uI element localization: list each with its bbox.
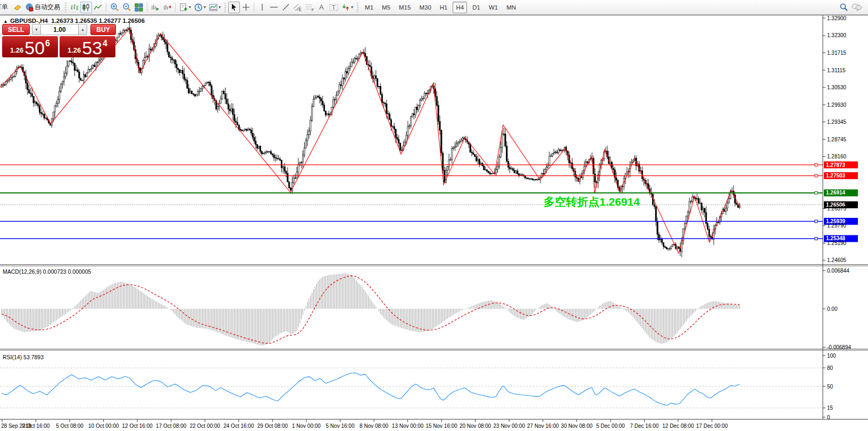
candle-body <box>443 153 444 170</box>
timeframe-button-d1[interactable]: D1 <box>469 2 483 13</box>
templates-button[interactable]: ▾ <box>207 2 222 13</box>
timeframe-button-m5[interactable]: M5 <box>379 2 394 13</box>
candle-body <box>613 168 614 170</box>
candle-body <box>424 93 425 98</box>
vertical-line-button[interactable] <box>256 2 268 13</box>
candle-body <box>529 179 530 179</box>
fibonacci-letter: F <box>312 8 314 12</box>
candle-body <box>167 44 168 52</box>
candle-body <box>662 240 663 243</box>
candle-body <box>202 86 203 88</box>
candle-body <box>380 87 381 95</box>
candle-body <box>616 178 617 180</box>
candle-body <box>381 94 382 103</box>
label-button[interactable]: T <box>328 2 340 13</box>
buy-price-panel[interactable]: 1.26 53 4 <box>60 36 115 57</box>
fibonacci-button[interactable]: F <box>304 2 316 13</box>
new-order-label[interactable]: 订单 <box>0 3 12 12</box>
volume-input[interactable] <box>41 24 78 35</box>
horizontal-line-button[interactable] <box>268 2 280 13</box>
candle-body <box>365 54 366 57</box>
candle-body <box>383 103 384 103</box>
timeframe-button-h1[interactable]: H1 <box>437 2 451 13</box>
chart-canvas[interactable]: 1.278731.275031.269141.259391.253481.265… <box>0 15 868 431</box>
price-axis-label: 1.26375 <box>827 206 847 212</box>
text-button[interactable]: A <box>316 2 328 13</box>
periods-button[interactable]: ▾ <box>193 2 207 13</box>
candle-body <box>496 170 497 173</box>
candle-body <box>369 65 370 66</box>
bar-chart-button[interactable] <box>69 2 80 13</box>
line-chart-button[interactable] <box>92 2 104 13</box>
candle-body <box>60 84 61 91</box>
chart-shift-button[interactable] <box>161 2 173 13</box>
cursor-button[interactable] <box>228 2 240 13</box>
candle-body <box>85 74 86 77</box>
candlestick-chart-icon <box>82 3 90 12</box>
candle-body <box>208 82 209 82</box>
candle-body <box>323 105 324 111</box>
candle-body <box>453 147 454 148</box>
candle-body <box>530 179 531 179</box>
candle-body <box>277 158 278 159</box>
search-button[interactable] <box>838 2 850 13</box>
candle-body <box>491 174 492 174</box>
volume-decrease-button[interactable]: ▼ <box>32 24 41 35</box>
candle-body <box>357 58 358 59</box>
candle-body <box>375 76 377 79</box>
buy-button[interactable]: BUY <box>90 24 116 35</box>
timeframe-button-h4[interactable]: H4 <box>453 2 467 13</box>
candlestick-chart-button[interactable] <box>80 2 92 13</box>
timeframe-button-m15[interactable]: M15 <box>396 2 414 13</box>
timeframe-button-mn[interactable]: MN <box>503 2 519 13</box>
candle-body <box>54 106 55 112</box>
time-axis-label: 17 Dec 00:00 <box>696 423 728 429</box>
toolbar-grip[interactable] <box>356 3 359 12</box>
candle-body <box>677 247 678 249</box>
candle-body <box>268 151 269 152</box>
candle-body <box>91 69 92 70</box>
volume-increase-button[interactable]: ▲ <box>78 24 87 35</box>
candle-body <box>71 61 72 62</box>
timeframe-button-m1[interactable]: M1 <box>362 2 377 13</box>
sell-button[interactable]: SELL <box>2 24 30 35</box>
price-axis-label: 1.31115 <box>827 67 846 73</box>
zoom-in-button[interactable] <box>108 2 121 13</box>
candle-body <box>699 203 700 204</box>
arrows-button[interactable]: ▾ <box>340 2 355 13</box>
toolbar-grip[interactable] <box>224 3 227 12</box>
channel-button[interactable]: E <box>291 2 304 13</box>
candle-body <box>100 59 101 60</box>
collapse-arrow-icon[interactable]: ▲ <box>3 19 8 24</box>
crosshair-button[interactable] <box>240 2 252 13</box>
toolbar-grip[interactable] <box>64 3 67 12</box>
tile-windows-button[interactable] <box>133 2 145 13</box>
timeframe-button-w1[interactable]: W1 <box>486 2 501 13</box>
tile-windows-icon <box>135 3 143 12</box>
chat-button[interactable] <box>850 2 864 13</box>
candle-body <box>421 99 422 100</box>
candle-body <box>305 140 306 148</box>
candle-body <box>524 176 525 178</box>
candle-body <box>180 70 181 72</box>
candle-body <box>5 81 6 85</box>
candle-body <box>687 212 688 216</box>
candle-body <box>310 120 311 131</box>
indicators-button[interactable]: ▾ <box>178 2 193 13</box>
zoom-out-button[interactable] <box>121 2 133 13</box>
candle-body <box>281 160 282 168</box>
autotrade-icon <box>25 3 34 12</box>
candle-body <box>223 91 224 94</box>
candle-body <box>7 80 8 81</box>
candle-body <box>514 170 515 173</box>
timeframe-button-m30[interactable]: M30 <box>416 2 434 13</box>
channel-letter: E <box>299 8 302 12</box>
autotrade-button[interactable]: 自动交易 <box>23 2 63 13</box>
sell-price-panel[interactable]: 1.26 50 6 <box>2 36 58 57</box>
auto-scroll-button[interactable] <box>149 2 161 13</box>
new-order-button[interactable] <box>12 2 23 13</box>
trendline-button[interactable] <box>280 2 291 13</box>
fibonacci-icon: F <box>305 3 314 12</box>
candle-body <box>407 126 408 136</box>
candle-body <box>13 76 14 77</box>
